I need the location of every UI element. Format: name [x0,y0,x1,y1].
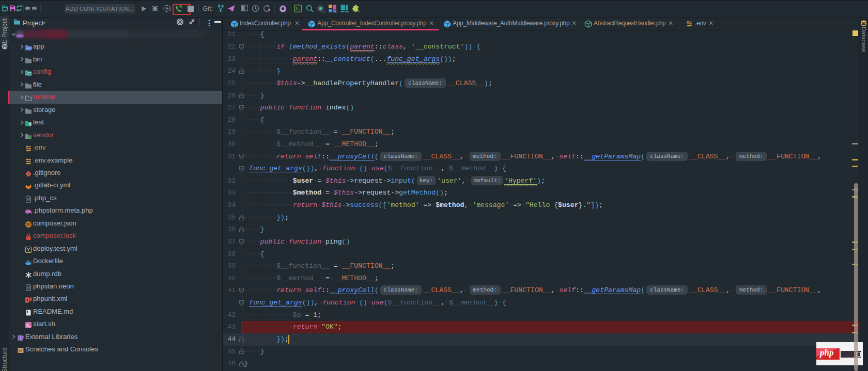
svg-text:</>: </> [26,46,32,51]
